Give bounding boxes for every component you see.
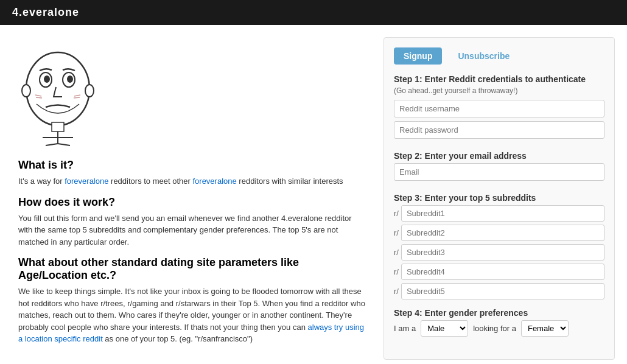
gender-looking-for-select[interactable]: Female Male Both: [521, 320, 569, 337]
svg-line-11: [58, 144, 70, 145]
svg-point-4: [67, 75, 73, 83]
subreddit5-input[interactable]: [401, 283, 604, 299]
step4-section: Step 4: Enter gender preferences I am a …: [394, 308, 604, 337]
section1-text: It's a way for foreveralone redditors to…: [18, 175, 365, 187]
step4-heading: Step 4: Enter gender preferences: [394, 308, 604, 318]
forever-alone-svg: [18, 43, 97, 147]
i-am-a-label: I am a: [394, 324, 416, 333]
signup-tab[interactable]: Signup: [394, 47, 442, 65]
email-input[interactable]: [394, 163, 604, 181]
section-what-is-it: What is it? It's a way for foreveralone …: [18, 159, 365, 187]
subreddit-row-1: r/: [394, 205, 604, 222]
subreddit1-input[interactable]: [401, 205, 604, 222]
subreddit-row-3: r/: [394, 244, 604, 261]
step2-section: Step 2: Enter your email address: [394, 151, 604, 184]
section2-heading: How does it work?: [18, 196, 365, 209]
reddit-username-input[interactable]: [394, 100, 604, 117]
right-column: Signup Unsubscribe Step 1: Enter Reddit …: [384, 37, 615, 360]
section3-text: We like to keep things simple. It's not …: [18, 285, 365, 345]
main-content: What is it? It's a way for foreveralone …: [0, 25, 627, 364]
subreddit-prefix-5: r/: [394, 287, 399, 296]
step1-subtext: (Go ahead..get yourself a throwaway!): [394, 86, 604, 95]
step2-heading: Step 2: Enter your email address: [394, 151, 604, 161]
subreddit2-input[interactable]: [401, 225, 604, 241]
subreddit4-input[interactable]: [401, 264, 604, 280]
subreddit-row-2: r/: [394, 225, 604, 241]
looking-for-label: looking for a: [473, 324, 516, 333]
section3-heading: What about other standard dating site pa…: [18, 256, 365, 282]
section2-text: You fill out this form and we'll send yo…: [18, 212, 365, 248]
svg-point-0: [26, 52, 89, 125]
subreddit3-input[interactable]: [401, 244, 604, 261]
tab-bar: Signup Unsubscribe: [394, 47, 604, 65]
step1-heading: Step 1: Enter Reddit credentials to auth…: [394, 74, 604, 84]
reddit-password-input[interactable]: [394, 121, 604, 139]
gender-self-select[interactable]: Male Female Both: [421, 320, 468, 337]
subreddit-prefix-3: r/: [394, 248, 399, 257]
subreddit-row-4: r/: [394, 264, 604, 280]
svg-rect-7: [52, 122, 64, 131]
step3-heading: Step 3: Enter your top 5 subreddits: [394, 193, 604, 203]
unsubscribe-tab[interactable]: Unsubscribe: [448, 47, 519, 65]
step3-section: Step 3: Enter your top 5 subreddits r/ r…: [394, 193, 604, 299]
svg-point-5: [22, 85, 30, 97]
section1-heading: What is it?: [18, 159, 365, 172]
app-title: 4.everalone: [12, 6, 79, 18]
svg-line-10: [46, 144, 58, 145]
app-header: 4.everalone: [0, 0, 627, 25]
section-how-does-it-work: How does it work? You fill out this form…: [18, 196, 365, 248]
svg-point-6: [85, 85, 94, 97]
step1-section: Step 1: Enter Reddit credentials to auth…: [394, 74, 604, 142]
subreddit-prefix-1: r/: [394, 209, 399, 218]
subreddit-prefix-4: r/: [394, 267, 399, 276]
section-about-dating-params: What about other standard dating site pa…: [18, 256, 365, 345]
svg-line-15: [74, 97, 80, 98]
gender-row: I am a Male Female Both looking for a Fe…: [394, 320, 604, 337]
subreddit-prefix-2: r/: [394, 228, 399, 237]
svg-line-13: [36, 97, 42, 98]
left-column: What is it? It's a way for foreveralone …: [12, 37, 371, 360]
svg-point-3: [44, 75, 50, 83]
subreddit-row-5: r/: [394, 283, 604, 299]
forever-alone-image: [18, 43, 97, 147]
